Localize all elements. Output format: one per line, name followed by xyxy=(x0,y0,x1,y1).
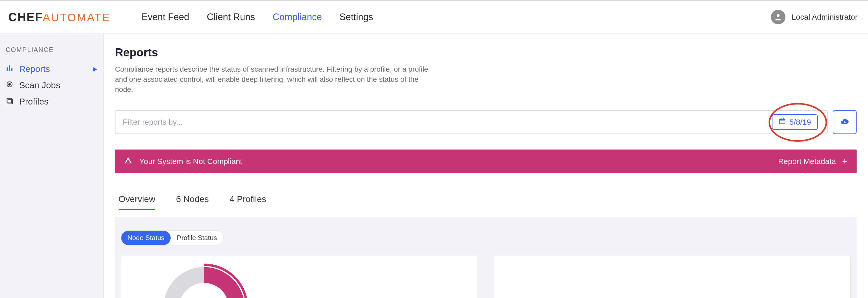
pill-profile-status[interactable]: Profile Status xyxy=(170,231,223,245)
top-nav: Event Feed Client Runs Compliance Settin… xyxy=(142,12,373,23)
chart-cards xyxy=(121,256,851,298)
pill-node-status[interactable]: Node Status xyxy=(121,231,170,245)
svg-rect-9 xyxy=(779,119,785,121)
report-tabs: Overview 6 Nodes 4 Profiles xyxy=(119,194,857,210)
svg-point-5 xyxy=(8,83,11,86)
sidebar-item-label: Profiles xyxy=(19,97,49,107)
svg-rect-1 xyxy=(7,68,8,71)
overview-panel: Node Status Profile Status xyxy=(115,217,857,298)
date-value: 5/8/19 xyxy=(789,118,811,127)
cloud-download-icon xyxy=(840,117,849,127)
nav-event-feed[interactable]: Event Feed xyxy=(142,12,189,23)
sidebar-item-reports[interactable]: Reports ▶ xyxy=(0,61,103,77)
svg-rect-3 xyxy=(11,68,12,71)
status-toggle: Node Status Profile Status xyxy=(121,230,224,245)
chart-card-left xyxy=(121,256,478,298)
chart-card-right xyxy=(494,256,851,298)
svg-rect-2 xyxy=(9,65,10,71)
main-content: Reports Compliance reports describe the … xyxy=(103,34,868,298)
svg-point-0 xyxy=(777,14,779,17)
sidebar-item-scan-jobs[interactable]: Scan Jobs xyxy=(0,77,103,93)
download-button[interactable] xyxy=(833,110,857,134)
report-metadata-toggle[interactable]: Report Metadata + xyxy=(778,156,847,166)
tab-overview[interactable]: Overview xyxy=(119,194,155,210)
logo: CHEFAUTOMATE xyxy=(8,10,111,24)
tab-nodes[interactable]: 6 Nodes xyxy=(176,194,209,210)
sidebar: COMPLIANCE Reports ▶ Scan Jobs Profiles xyxy=(0,34,103,298)
caret-right-icon: ▶ xyxy=(93,66,97,72)
top-bar: CHEFAUTOMATE Event Feed Client Runs Comp… xyxy=(0,0,868,34)
filter-row: 5/8/19 xyxy=(115,110,857,134)
compliance-banner: Your System is Not Compliant Report Meta… xyxy=(115,150,857,173)
calendar-icon xyxy=(779,118,786,127)
target-icon xyxy=(6,80,13,90)
sidebar-title: COMPLIANCE xyxy=(0,46,103,61)
date-picker-button[interactable]: 5/8/19 xyxy=(772,114,818,130)
library-icon xyxy=(6,97,13,107)
nav-compliance[interactable]: Compliance xyxy=(273,12,322,23)
page-title: Reports xyxy=(115,46,857,59)
user-name: Local Administrator xyxy=(792,13,858,22)
banner-message: Your System is Not Compliant xyxy=(139,157,242,166)
logo-text-automate: AUTOMATE xyxy=(43,11,110,24)
warning-icon xyxy=(124,157,132,166)
sidebar-item-profiles[interactable]: Profiles xyxy=(0,93,103,110)
donut-chart-icon xyxy=(157,261,251,298)
sidebar-item-label: Reports xyxy=(19,64,50,74)
user-area[interactable]: Local Administrator xyxy=(771,10,868,24)
filter-input[interactable] xyxy=(123,118,770,127)
plus-icon: + xyxy=(842,156,847,166)
bar-chart-icon xyxy=(6,64,13,74)
nav-client-runs[interactable]: Client Runs xyxy=(207,12,255,23)
svg-rect-12 xyxy=(128,160,129,162)
page-description: Compliance reports describe the status o… xyxy=(115,64,431,95)
avatar-icon xyxy=(771,10,785,24)
filter-box: 5/8/19 xyxy=(115,110,828,134)
tab-profiles[interactable]: 4 Profiles xyxy=(229,194,266,210)
sidebar-item-label: Scan Jobs xyxy=(19,80,60,90)
svg-rect-13 xyxy=(128,162,129,163)
report-metadata-label: Report Metadata xyxy=(778,157,836,166)
nav-settings[interactable]: Settings xyxy=(339,12,373,23)
logo-text-chef: CHEF xyxy=(8,10,43,24)
